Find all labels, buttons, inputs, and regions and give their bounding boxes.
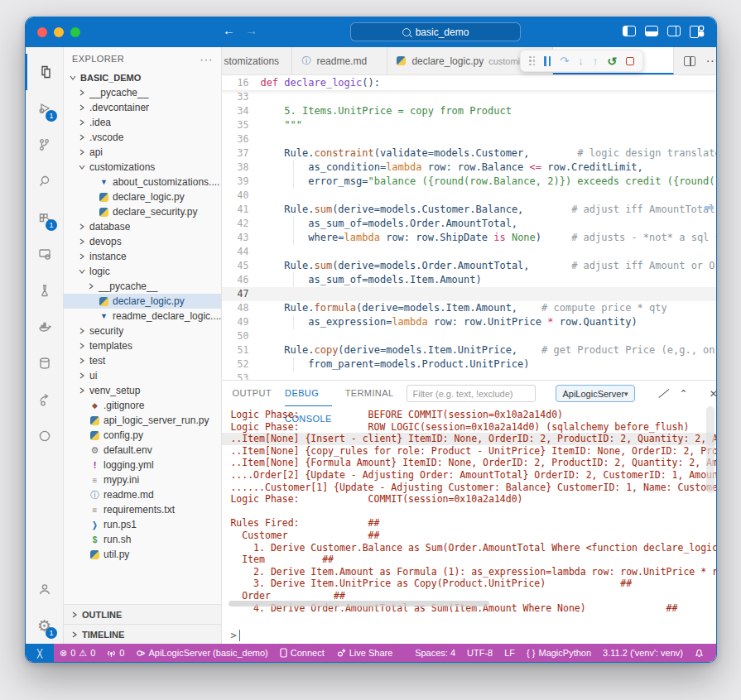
- tree-item--vscode[interactable]: .vscode: [64, 130, 221, 145]
- split-editor-icon[interactable]: [684, 56, 695, 66]
- github-icon[interactable]: [26, 418, 63, 454]
- code-line-43[interactable]: 43 where=lambda row: row.ShipDate is Non…: [222, 231, 716, 245]
- tree-item-about-customizations-[interactable]: ▼about_customizations....: [64, 175, 221, 189]
- code-line-51[interactable]: 51 Rule.copy(derive=models.Item.UnitPric…: [222, 343, 716, 357]
- tab-customizations[interactable]: stomizations: [222, 47, 292, 74]
- console-filter-input[interactable]: [407, 385, 536, 402]
- indentation-status[interactable]: Spaces: 4: [409, 648, 461, 658]
- code-line-49[interactable]: 49 as_expression=lambda row: row.UnitPri…: [222, 315, 716, 329]
- tree-item-declare-logic-py[interactable]: declare_logic.py: [64, 189, 221, 204]
- tree-item-run-sh[interactable]: $run.sh: [64, 532, 221, 547]
- tree-item-readme-md[interactable]: ⓘreadme.md: [64, 487, 221, 502]
- tree-item--pycache-[interactable]: __pycache__: [64, 85, 221, 100]
- tab-readme[interactable]: ⓘ readme.md: [292, 47, 387, 74]
- live-share-icon[interactable]: [26, 381, 63, 418]
- tree-item-test[interactable]: test: [64, 353, 221, 368]
- tree-item-templates[interactable]: templates: [64, 338, 221, 353]
- tree-item-util-py[interactable]: util.py: [64, 547, 221, 562]
- code-line-40[interactable]: 40: [222, 189, 716, 203]
- tree-item-venv-setup[interactable]: venv_setup: [64, 383, 221, 398]
- drag-grip-icon[interactable]: [529, 55, 535, 67]
- debug-config-status[interactable]: ApiLogicServer (basic_demo): [130, 648, 273, 658]
- tree-root-basic-demo[interactable]: BASIC_DEMO: [64, 70, 221, 85]
- code-line-47[interactable]: 47: [222, 287, 716, 301]
- code-line-41[interactable]: 41 Rule.sum(derive=models.Customer.Balan…: [222, 203, 716, 217]
- tree-item-api[interactable]: api: [64, 145, 221, 160]
- debug-console-output[interactable]: Logic Phase: BEFORE COMMIT(session=0x10a…: [222, 406, 716, 626]
- notifications-bell[interactable]: [689, 648, 710, 658]
- debug-console-prompt[interactable]: >: [222, 626, 716, 644]
- tree-item-logic[interactable]: logic: [64, 264, 221, 279]
- restart-icon[interactable]: ↺: [607, 55, 617, 67]
- code-line-36[interactable]: 36: [222, 132, 716, 146]
- settings-gear-icon[interactable]: ⚙ 1: [26, 607, 63, 644]
- docker-icon[interactable]: [26, 309, 63, 345]
- source-control-icon[interactable]: [26, 127, 63, 163]
- toggle-primary-sidebar-icon[interactable]: [623, 26, 636, 36]
- code-line-38[interactable]: 38 as_condition=lambda row: row.Balance …: [222, 161, 716, 175]
- tree-item-run-ps1[interactable]: ❭run.ps1: [64, 517, 221, 532]
- tree-item-database[interactable]: database: [64, 219, 221, 234]
- tree-item-api-logic-server-run-py[interactable]: api_logic_server_run.py: [64, 413, 221, 428]
- code-line-46[interactable]: 46 as_sum_of=models.Item.Amount): [222, 273, 716, 287]
- step-into-icon[interactable]: ↓: [578, 55, 584, 66]
- python-interpreter-status[interactable]: 3.11.2 ('venv': venv): [597, 648, 689, 658]
- tree-item--devcontainer[interactable]: .devcontainer: [64, 100, 221, 115]
- tree-item-requirements-txt[interactable]: ≡requirements.txt: [64, 502, 221, 517]
- tree-item-mypy-ini[interactable]: ≡mypy.ini: [64, 472, 221, 487]
- tree-item--pycache-[interactable]: __pycache__: [64, 279, 221, 294]
- panel-vertical-scrollbar[interactable]: [706, 406, 715, 493]
- tab-terminal[interactable]: TERMINAL: [345, 381, 394, 406]
- debug-session-select[interactable]: ApiLogicServer ▾: [556, 385, 634, 402]
- language-mode-status[interactable]: { } MagicPython: [521, 648, 597, 658]
- tree-item-logging-yml[interactable]: !logging.yml: [64, 458, 221, 472]
- tree-item-devops[interactable]: devops: [64, 234, 221, 249]
- panel-horizontal-scrollbar[interactable]: [229, 601, 489, 607]
- code-line-33[interactable]: 33: [222, 90, 716, 104]
- zoom-window-button[interactable]: [70, 27, 80, 37]
- test-flask-icon[interactable]: [26, 272, 63, 309]
- live-share-status[interactable]: Live Share: [330, 648, 399, 658]
- customize-layout-icon[interactable]: [690, 26, 705, 36]
- code-line-48[interactable]: 48 Rule.formula(derive=models.Item.Amoun…: [222, 301, 716, 315]
- ports-status[interactable]: 0: [101, 648, 130, 658]
- extensions-icon[interactable]: 1: [26, 199, 63, 236]
- nav-forward-button[interactable]: →: [245, 23, 257, 37]
- explorer-icon[interactable]: [26, 54, 63, 90]
- tree-item--idea[interactable]: .idea: [64, 115, 221, 130]
- account-icon[interactable]: [26, 571, 63, 607]
- tree-item-customizations[interactable]: customizations: [64, 160, 221, 175]
- step-out-icon[interactable]: ↑: [593, 55, 599, 66]
- tree-item-security[interactable]: security: [64, 324, 221, 338]
- search-panel-icon[interactable]: [26, 163, 63, 199]
- remote-indicator[interactable]: ╳: [26, 644, 54, 662]
- toggle-secondary-sidebar-icon[interactable]: [667, 26, 681, 36]
- outline-section[interactable]: OUTLINE: [64, 604, 221, 624]
- command-center[interactable]: basic_demo: [350, 22, 521, 41]
- code-line-35[interactable]: 35 """: [222, 118, 716, 132]
- stop-icon[interactable]: [626, 57, 634, 65]
- code-line-45[interactable]: 45 Rule.sum(derive=models.Order.AmountTo…: [222, 259, 716, 273]
- encoding-status[interactable]: UTF-8: [461, 648, 498, 658]
- code-line-42[interactable]: 42 as_sum_of=models.Order.AmountTotal,: [222, 217, 716, 231]
- tree-item-default-env[interactable]: ⚙default.env: [64, 443, 221, 458]
- connect-status[interactable]: Connect: [274, 648, 330, 658]
- close-panel-icon[interactable]: ✕: [710, 388, 717, 400]
- code-editor[interactable]: 16def declare_logic(): 3334 5. Items.Uni…: [222, 75, 716, 380]
- explorer-more-actions-icon[interactable]: ···: [200, 53, 213, 65]
- tree-item-ui[interactable]: ui: [64, 368, 221, 383]
- tree-item-readme-declare-logic-[interactable]: ▼readme_declare_logic....: [64, 309, 221, 324]
- code-line-39[interactable]: 39 error_msg="balance ({round(row.Balanc…: [222, 175, 716, 189]
- step-over-icon[interactable]: ↷: [560, 55, 569, 66]
- minimize-window-button[interactable]: [54, 27, 64, 37]
- code-line-44[interactable]: 44: [222, 245, 716, 259]
- run-debug-icon[interactable]: 1: [26, 90, 63, 127]
- code-line-50[interactable]: 50: [222, 329, 716, 343]
- eol-status[interactable]: LF: [498, 648, 521, 658]
- tree-item-config-py[interactable]: config.py: [64, 428, 221, 443]
- tree-item--gitignore[interactable]: ◆.gitignore: [64, 398, 221, 413]
- timeline-section[interactable]: TIMELINE: [64, 624, 221, 644]
- code-line-37[interactable]: 37 Rule.constraint(validate=models.Custo…: [222, 146, 716, 161]
- database-icon[interactable]: [26, 345, 63, 381]
- pause-icon[interactable]: [544, 56, 551, 66]
